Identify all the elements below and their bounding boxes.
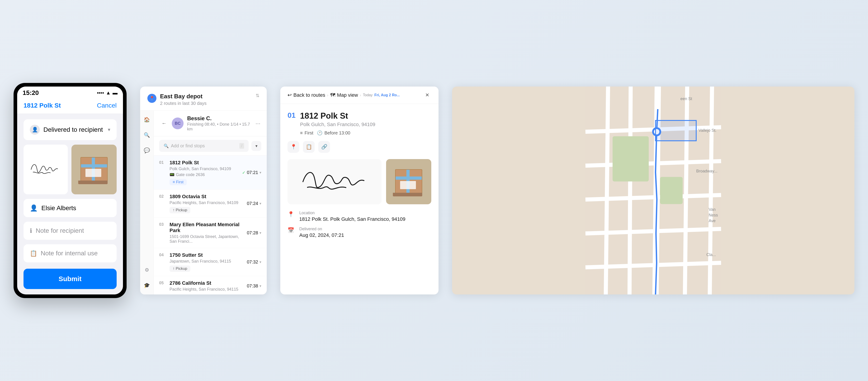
svg-line-7 [606,87,608,294]
phone-cancel-button[interactable]: Cancel [97,102,117,109]
stop-name: 2786 California St [169,280,243,286]
stop-expand-icon[interactable]: ▾ [259,231,261,235]
stop-item[interactable]: 03 Mary Ellen Pleasant Memorial Park 150… [154,218,267,248]
delivered-label: Delivered on [299,227,344,231]
phone-header: 1812 Polk St Cancel [17,98,123,114]
clock-icon: 🕐 [317,130,322,135]
stop-time-value: 07:28 [247,230,258,235]
stop-number: 05 [159,280,166,292]
stop-expand-icon[interactable]: ▾ [259,201,261,205]
nav-chat-icon[interactable]: 💬 [143,146,151,155]
stop-info: Mary Ellen Pleasant Memorial Park 1501-1… [169,222,243,244]
search-placeholder: Add or find stops [171,143,237,149]
svg-text:Broadway...: Broadway... [696,169,717,173]
search-input-field[interactable]: 🔍 Add or find stops / [159,140,249,152]
stop-time: 07:38 ▾ [247,280,261,292]
stop-time-value: 07:24 [247,201,258,206]
delivered-info-row: 📅 Delivered on Aug 02, 2024, 07:21 [287,227,431,238]
info-section: 📍 Location 1812 Polk St. Polk Gulch, San… [287,211,431,238]
submit-button[interactable]: Submit [24,269,117,289]
detail-signature-box [287,159,381,204]
stop-item[interactable]: 01 1812 Polk St Polk Gulch, San Francisc… [154,156,267,190]
stop-expand-icon[interactable]: ▾ [259,170,261,175]
stop-tags: ↑ Pickup [169,265,243,272]
depot-expand-icon[interactable]: ⇅ [256,93,259,98]
tag-first-icon: ≡ [300,130,303,135]
detail-tag-first: ≡ First [300,130,313,135]
svg-text:een St: een St [680,96,692,101]
phone-content: 👤 Delivered to recipient ▾ [17,114,123,294]
recipient-row: 👤 Elsie Alberts [24,199,117,217]
svg-rect-24 [655,121,696,141]
stop-info: 1812 Polk St Polk Gulch, San Francisco, … [169,160,239,185]
sidebar-nav: 🏠 🔍 💬 ⚙ 🎓 [140,111,154,294]
stop-tags: ↑ Pickup [169,207,243,213]
stop-item[interactable]: 04 1750 Sutter St Japantown, San Francis… [154,248,267,276]
back-arrow-icon: ↩ [287,92,291,98]
stop-number: 01 [159,160,166,185]
stop-address: Japantown, San Francisco, 94115 [169,259,243,264]
signature-box [24,145,68,194]
driver-meta: Finishing 08:40, • Done 1/14 • 15.7 km [187,122,252,131]
back-routes-label: Back to routes [293,92,325,98]
header-nav: ↩ Back to routes › 🗺 Map view › Today Fr… [287,92,400,98]
link-action-button[interactable]: 🔗 [318,141,330,153]
search-bar: 🔍 Add or find stops / ▾ [154,136,267,156]
detail-photo-box [386,159,431,204]
svg-text:Vallejo St.: Vallejo St. [699,128,717,133]
note-internal-placeholder: Note for internal use [41,250,98,257]
proof-row [24,145,117,194]
stop-number: 03 [159,222,166,244]
wifi-icon: ▲ [106,90,111,96]
recipient-name: Elsie Alberts [41,204,76,212]
svg-line-8 [629,87,631,294]
delivery-status-row[interactable]: 👤 Delivered to recipient ▾ [24,119,117,140]
stop-time: 07:32 ▾ [247,252,261,272]
location-info-icon: 📍 [287,211,296,217]
copy-action-button[interactable]: 📋 [303,141,315,153]
phone-stop-address: 1812 Polk St [24,102,61,109]
routes-panel: 📍 East Bay depot 2 routes in last 30 day… [140,87,267,294]
detail-content: 01 1812 Polk St Polk Gulch, San Francisc… [280,104,438,294]
map-panel[interactable]: een St Vallejo St. Broadway... Van Ness … [452,87,855,294]
nav-home-icon[interactable]: 🏠 [143,115,151,124]
driver-back-button[interactable]: ← [160,119,168,127]
nav-settings-icon[interactable]: ⚙ [143,265,151,275]
stop-tags: ≡ First [169,179,239,185]
stop-number: 02 [159,194,166,213]
stop-expand-icon[interactable]: ▾ [259,260,261,264]
recipient-icon: 👤 [30,204,38,212]
today-label: Today [363,93,373,97]
more-button[interactable]: ··· [255,120,260,127]
detail-package-shadow [393,193,422,196]
stop-tag-pickup: ↑ Pickup [169,207,190,213]
stop-item[interactable]: 02 1809 Octavia St Pacific Heights, San … [154,190,267,218]
nav-graduation-icon[interactable]: 🎓 [143,281,151,290]
routes-header: 📍 East Bay depot 2 routes in last 30 day… [140,87,267,111]
phone-status-bar: 15:20 ▪▪▪▪ ▲ ▬ [17,87,123,98]
note-internal-row[interactable]: 📋 Note for internal use [24,244,117,262]
nav-search-icon[interactable]: 🔍 [143,131,151,140]
note-recipient-row[interactable]: ℹ Note for recipient [24,222,117,240]
tag-first-label: First [305,130,313,135]
phone-frame: 15:20 ▪▪▪▪ ▲ ▬ 1812 Polk St Cancel 👤 Del [13,83,127,298]
stop-item[interactable]: 05 2786 California St Pacific Heights, S… [154,276,267,294]
detail-close-button[interactable]: ✕ [423,91,431,99]
stop-name: 1812 Polk St [169,160,239,166]
stop-detail-header: 01 1812 Polk St Polk Gulch, San Francisc… [287,111,431,135]
depot-name: East Bay depot [160,93,207,100]
note-recipient-icon: ℹ [30,227,32,234]
panel-with-sidebar: 🏠 🔍 💬 ⚙ 🎓 ← BC Bessie C. Finishing 08:40… [140,111,267,294]
location-action-button[interactable]: 📍 [287,141,299,153]
note-internal-icon: 📋 [30,250,37,257]
map-view-button[interactable]: 🗺 Map view [330,92,358,98]
detail-stop-num: 01 [287,111,296,120]
svg-line-11 [710,87,712,294]
stop-time-value: 07:21 [247,170,258,175]
back-to-routes-button[interactable]: ↩ Back to routes [287,92,325,98]
gate-icon: 📟 [169,172,175,177]
stop-expand-icon[interactable]: ▾ [259,284,261,288]
search-dropdown-button[interactable]: ▾ [251,141,261,151]
detail-stop-addr: Polk Gulch, San Francisco, 94109 [300,122,375,127]
detail-signature-svg [292,161,377,202]
